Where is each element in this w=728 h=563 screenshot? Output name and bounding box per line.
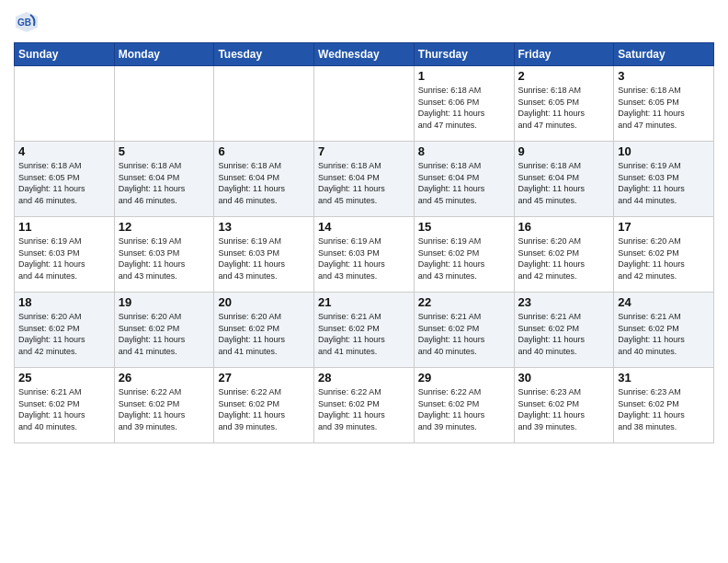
day-number: 23 — [518, 295, 610, 309]
day-content: Sunrise: 6:21 AM Sunset: 6:02 PM Dayligh… — [418, 311, 510, 357]
day-header-wednesday: Wednesday — [314, 43, 415, 66]
calendar-cell: 18Sunrise: 6:20 AM Sunset: 6:02 PM Dayli… — [15, 293, 115, 368]
day-number: 4 — [18, 144, 110, 158]
page: GB SundayMondayTuesdayWednesdayThursdayF… — [0, 0, 728, 563]
calendar-cell: 9Sunrise: 6:18 AM Sunset: 6:04 PM Daylig… — [514, 142, 614, 217]
day-number: 9 — [518, 144, 610, 158]
calendar-cell: 8Sunrise: 6:18 AM Sunset: 6:04 PM Daylig… — [414, 142, 514, 217]
header: GB — [14, 9, 714, 35]
day-number: 14 — [318, 220, 410, 234]
day-number: 18 — [18, 295, 110, 309]
day-number: 25 — [18, 371, 110, 385]
calendar-week-1: 1Sunrise: 6:18 AM Sunset: 6:06 PM Daylig… — [15, 66, 714, 142]
day-header-monday: Monday — [114, 43, 214, 66]
calendar-cell: 10Sunrise: 6:19 AM Sunset: 6:03 PM Dayli… — [614, 142, 714, 217]
day-content: Sunrise: 6:19 AM Sunset: 6:03 PM Dayligh… — [318, 236, 410, 282]
logo: GB — [14, 9, 43, 35]
day-content: Sunrise: 6:18 AM Sunset: 6:05 PM Dayligh… — [518, 85, 610, 131]
calendar-cell: 11Sunrise: 6:19 AM Sunset: 6:03 PM Dayli… — [15, 217, 115, 293]
calendar-cell: 25Sunrise: 6:21 AM Sunset: 6:02 PM Dayli… — [15, 368, 115, 443]
calendar-cell: 23Sunrise: 6:21 AM Sunset: 6:02 PM Dayli… — [514, 293, 614, 368]
calendar-cell: 14Sunrise: 6:19 AM Sunset: 6:03 PM Dayli… — [314, 217, 415, 293]
day-number: 6 — [218, 144, 310, 158]
calendar-cell: 6Sunrise: 6:18 AM Sunset: 6:04 PM Daylig… — [214, 142, 314, 217]
day-content: Sunrise: 6:22 AM Sunset: 6:02 PM Dayligh… — [418, 386, 510, 432]
calendar-cell: 17Sunrise: 6:20 AM Sunset: 6:02 PM Dayli… — [614, 217, 714, 293]
calendar-cell: 3Sunrise: 6:18 AM Sunset: 6:05 PM Daylig… — [614, 66, 714, 142]
day-content: Sunrise: 6:19 AM Sunset: 6:02 PM Dayligh… — [418, 236, 510, 282]
day-content: Sunrise: 6:18 AM Sunset: 6:04 PM Dayligh… — [218, 160, 310, 206]
calendar-header-row: SundayMondayTuesdayWednesdayThursdayFrid… — [15, 43, 714, 66]
day-content: Sunrise: 6:20 AM Sunset: 6:02 PM Dayligh… — [618, 236, 710, 282]
calendar-cell: 19Sunrise: 6:20 AM Sunset: 6:02 PM Dayli… — [114, 293, 214, 368]
day-number: 22 — [418, 295, 510, 309]
day-number: 29 — [418, 371, 510, 385]
day-content: Sunrise: 6:18 AM Sunset: 6:05 PM Dayligh… — [618, 85, 710, 131]
day-number: 17 — [618, 220, 710, 234]
day-content: Sunrise: 6:23 AM Sunset: 6:02 PM Dayligh… — [618, 386, 710, 432]
calendar-week-5: 25Sunrise: 6:21 AM Sunset: 6:02 PM Dayli… — [15, 368, 714, 443]
calendar: SundayMondayTuesdayWednesdayThursdayFrid… — [14, 42, 714, 443]
calendar-cell: 24Sunrise: 6:21 AM Sunset: 6:02 PM Dayli… — [614, 293, 714, 368]
calendar-cell: 4Sunrise: 6:18 AM Sunset: 6:05 PM Daylig… — [15, 142, 115, 217]
day-number: 30 — [518, 371, 610, 385]
calendar-cell: 5Sunrise: 6:18 AM Sunset: 6:04 PM Daylig… — [114, 142, 214, 217]
day-number: 15 — [418, 220, 510, 234]
day-content: Sunrise: 6:20 AM Sunset: 6:02 PM Dayligh… — [119, 311, 210, 357]
calendar-cell: 27Sunrise: 6:22 AM Sunset: 6:02 PM Dayli… — [214, 368, 314, 443]
day-content: Sunrise: 6:19 AM Sunset: 6:03 PM Dayligh… — [119, 236, 210, 282]
calendar-cell: 26Sunrise: 6:22 AM Sunset: 6:02 PM Dayli… — [114, 368, 214, 443]
calendar-cell: 12Sunrise: 6:19 AM Sunset: 6:03 PM Dayli… — [114, 217, 214, 293]
day-number: 31 — [618, 371, 710, 385]
day-number: 27 — [218, 371, 310, 385]
svg-text:GB: GB — [17, 17, 31, 28]
day-number: 21 — [318, 295, 410, 309]
day-number: 5 — [119, 144, 210, 158]
day-content: Sunrise: 6:18 AM Sunset: 6:06 PM Dayligh… — [418, 85, 510, 131]
day-content: Sunrise: 6:20 AM Sunset: 6:02 PM Dayligh… — [18, 311, 110, 357]
calendar-cell: 7Sunrise: 6:18 AM Sunset: 6:04 PM Daylig… — [314, 142, 415, 217]
day-header-thursday: Thursday — [414, 43, 514, 66]
calendar-cell — [314, 66, 415, 142]
day-number: 26 — [119, 371, 210, 385]
calendar-cell — [214, 66, 314, 142]
day-number: 2 — [518, 69, 610, 83]
calendar-cell: 29Sunrise: 6:22 AM Sunset: 6:02 PM Dayli… — [414, 368, 514, 443]
calendar-cell — [114, 66, 214, 142]
calendar-cell: 20Sunrise: 6:20 AM Sunset: 6:02 PM Dayli… — [214, 293, 314, 368]
day-content: Sunrise: 6:18 AM Sunset: 6:04 PM Dayligh… — [318, 160, 410, 206]
day-content: Sunrise: 6:23 AM Sunset: 6:02 PM Dayligh… — [518, 386, 610, 432]
calendar-cell: 22Sunrise: 6:21 AM Sunset: 6:02 PM Dayli… — [414, 293, 514, 368]
day-content: Sunrise: 6:22 AM Sunset: 6:02 PM Dayligh… — [119, 386, 210, 432]
day-content: Sunrise: 6:21 AM Sunset: 6:02 PM Dayligh… — [18, 386, 110, 432]
day-number: 7 — [318, 144, 410, 158]
calendar-cell: 1Sunrise: 6:18 AM Sunset: 6:06 PM Daylig… — [414, 66, 514, 142]
day-content: Sunrise: 6:19 AM Sunset: 6:03 PM Dayligh… — [18, 236, 110, 282]
calendar-cell: 31Sunrise: 6:23 AM Sunset: 6:02 PM Dayli… — [614, 368, 714, 443]
calendar-cell: 16Sunrise: 6:20 AM Sunset: 6:02 PM Dayli… — [514, 217, 614, 293]
day-header-tuesday: Tuesday — [214, 43, 314, 66]
day-number: 3 — [618, 69, 710, 83]
day-content: Sunrise: 6:19 AM Sunset: 6:03 PM Dayligh… — [618, 160, 710, 206]
calendar-cell: 30Sunrise: 6:23 AM Sunset: 6:02 PM Dayli… — [514, 368, 614, 443]
calendar-cell: 13Sunrise: 6:19 AM Sunset: 6:03 PM Dayli… — [214, 217, 314, 293]
day-header-saturday: Saturday — [614, 43, 714, 66]
day-content: Sunrise: 6:21 AM Sunset: 6:02 PM Dayligh… — [518, 311, 610, 357]
day-number: 13 — [218, 220, 310, 234]
day-content: Sunrise: 6:18 AM Sunset: 6:05 PM Dayligh… — [18, 160, 110, 206]
day-content: Sunrise: 6:22 AM Sunset: 6:02 PM Dayligh… — [218, 386, 310, 432]
day-number: 12 — [119, 220, 210, 234]
day-number: 11 — [18, 220, 110, 234]
calendar-week-3: 11Sunrise: 6:19 AM Sunset: 6:03 PM Dayli… — [15, 217, 714, 293]
day-number: 28 — [318, 371, 410, 385]
calendar-cell: 15Sunrise: 6:19 AM Sunset: 6:02 PM Dayli… — [414, 217, 514, 293]
calendar-cell: 28Sunrise: 6:22 AM Sunset: 6:02 PM Dayli… — [314, 368, 415, 443]
day-number: 10 — [618, 144, 710, 158]
calendar-cell: 2Sunrise: 6:18 AM Sunset: 6:05 PM Daylig… — [514, 66, 614, 142]
day-content: Sunrise: 6:22 AM Sunset: 6:02 PM Dayligh… — [318, 386, 410, 432]
day-number: 20 — [218, 295, 310, 309]
day-content: Sunrise: 6:20 AM Sunset: 6:02 PM Dayligh… — [518, 236, 610, 282]
calendar-cell: 21Sunrise: 6:21 AM Sunset: 6:02 PM Dayli… — [314, 293, 415, 368]
calendar-week-2: 4Sunrise: 6:18 AM Sunset: 6:05 PM Daylig… — [15, 142, 714, 217]
calendar-cell — [15, 66, 115, 142]
